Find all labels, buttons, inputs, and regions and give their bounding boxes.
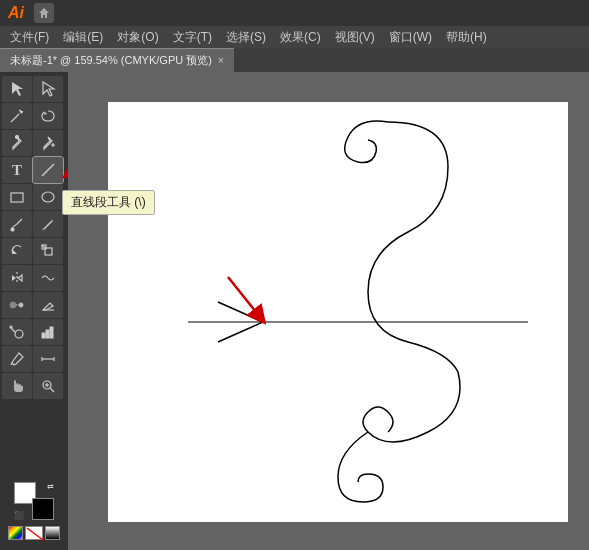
tab-title: 未标题-1* @ 159.54% (CMYK/GPU 预览) (10, 53, 212, 68)
svg-line-41 (228, 277, 260, 317)
svg-line-39 (218, 322, 263, 342)
svg-point-16 (10, 302, 16, 308)
ellipse-tool[interactable] (33, 184, 63, 210)
svg-rect-25 (50, 327, 53, 338)
direct-selection-tool[interactable] (33, 76, 63, 102)
main-area: T (0, 72, 589, 550)
color-mode-button[interactable] (8, 526, 23, 540)
pen-tool[interactable] (2, 130, 32, 156)
measure-tool[interactable] (33, 346, 63, 372)
tool-row-6 (2, 211, 66, 237)
menu-item[interactable]: 视图(V) (329, 27, 381, 48)
menu-item[interactable]: 文件(F) (4, 27, 55, 48)
tab-bar: 未标题-1* @ 159.54% (CMYK/GPU 预览) × (0, 48, 589, 72)
gradient-mode-button[interactable] (45, 526, 60, 540)
tool-row-9 (2, 292, 66, 318)
svg-line-26 (11, 363, 12, 365)
paintbrush-tool[interactable] (2, 211, 32, 237)
svg-line-31 (50, 388, 54, 392)
swap-colors-icon[interactable]: ⇄ (47, 482, 54, 491)
symbol-sprayer-tool[interactable] (2, 319, 32, 345)
color-mode-row (4, 524, 64, 542)
tool-row-5 (2, 184, 66, 210)
selection-tool[interactable] (2, 76, 32, 102)
tool-row-8 (2, 265, 66, 291)
line-segment-tool[interactable] (33, 157, 63, 183)
home-button[interactable] (34, 3, 54, 23)
menu-bar: const menuData = JSON.parse(document.get… (0, 26, 589, 48)
column-graph-tool[interactable] (33, 319, 63, 345)
tool-row-4: T (2, 157, 66, 183)
canvas (108, 102, 568, 522)
none-mode-button[interactable] (25, 526, 43, 540)
svg-marker-0 (39, 8, 49, 18)
tab-close-button[interactable]: × (218, 55, 224, 66)
tool-row (2, 76, 66, 102)
app-logo: Ai (8, 4, 24, 22)
warp-tool[interactable] (33, 265, 63, 291)
artwork-svg (108, 102, 568, 522)
svg-rect-23 (42, 333, 45, 338)
svg-point-20 (15, 330, 23, 338)
svg-line-34 (27, 528, 43, 540)
rotate-tool[interactable] (2, 238, 32, 264)
menu-item[interactable]: 对象(O) (111, 27, 164, 48)
stroke-swatch[interactable] (32, 498, 54, 520)
color-section: ⇄ ⬛ (2, 474, 66, 546)
title-bar: Ai (0, 0, 589, 26)
tool-row-7 (2, 238, 66, 264)
tool-row-11 (2, 346, 66, 372)
menu-item[interactable]: 编辑(E) (57, 27, 109, 48)
zoom-tool[interactable] (33, 373, 63, 399)
rectangle-tool[interactable] (2, 184, 32, 210)
add-anchor-tool[interactable] (33, 130, 63, 156)
svg-line-1 (11, 114, 19, 122)
reflect-tool[interactable] (2, 265, 32, 291)
eraser-tool[interactable] (33, 292, 63, 318)
toolbar: T (0, 72, 68, 550)
svg-marker-11 (13, 250, 17, 254)
svg-line-7 (42, 164, 54, 176)
type-tool[interactable]: T (2, 157, 32, 183)
svg-point-4 (16, 136, 19, 139)
pencil-tool[interactable] (33, 211, 63, 237)
menu-item[interactable]: 窗口(W) (383, 27, 438, 48)
eyedropper-tool[interactable] (2, 346, 32, 372)
active-tab[interactable]: 未标题-1* @ 159.54% (CMYK/GPU 预览) × (0, 48, 234, 72)
blend-tool[interactable] (2, 292, 32, 318)
svg-line-21 (11, 328, 15, 332)
menu-item[interactable]: 效果(C) (274, 27, 327, 48)
svg-point-10 (11, 228, 14, 231)
scale-tool[interactable] (33, 238, 63, 264)
default-colors-icon[interactable]: ⬛ (14, 511, 24, 520)
tool-row-10 (2, 319, 66, 345)
tool-row-2 (2, 103, 66, 129)
magic-wand-tool[interactable] (2, 103, 32, 129)
svg-rect-8 (11, 193, 23, 202)
svg-point-22 (10, 326, 12, 328)
svg-rect-24 (46, 330, 49, 338)
menu-item[interactable]: 帮助(H) (440, 27, 493, 48)
tool-row-12 (2, 373, 66, 399)
menu-item[interactable]: 选择(S) (220, 27, 272, 48)
lasso-tool[interactable] (33, 103, 63, 129)
svg-point-17 (19, 303, 23, 307)
menu-item[interactable]: 文字(T) (167, 27, 218, 48)
hand-tool[interactable] (2, 373, 32, 399)
tool-row-3 (2, 130, 66, 156)
canvas-area (68, 72, 589, 550)
svg-point-9 (42, 192, 54, 202)
